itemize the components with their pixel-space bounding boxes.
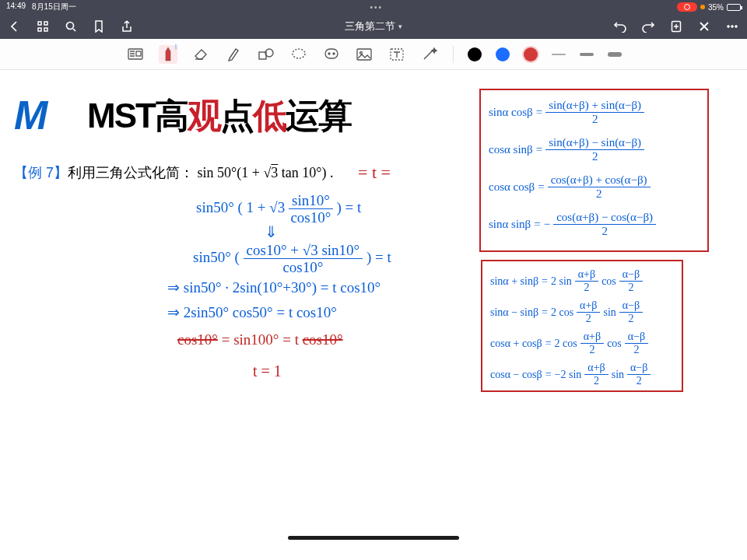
more-icon[interactable]	[725, 19, 739, 33]
text-tool-icon[interactable]	[388, 45, 406, 64]
status-date: 8月15日周一	[32, 2, 76, 12]
svg-rect-10	[136, 51, 141, 56]
color-black-swatch[interactable]	[468, 47, 482, 61]
hand-line-6: cos10° = sin100° = t cos10°	[177, 331, 343, 348]
read-mode-icon[interactable]	[126, 45, 145, 64]
svg-point-4	[67, 23, 74, 30]
color-red-swatch[interactable]	[524, 47, 538, 61]
close-icon[interactable]	[697, 19, 711, 33]
battery-icon	[727, 4, 741, 11]
image-tool-icon[interactable]	[355, 45, 374, 64]
svg-point-16	[333, 53, 335, 54]
svg-rect-1	[44, 22, 47, 25]
hand-line-5: ⇒ 2sin50° cos50° = t cos10°	[167, 303, 337, 321]
pen-tool-icon[interactable]: ᛒ	[159, 45, 177, 64]
hand-arrow: ⇓	[265, 222, 278, 241]
app-title-bar: 三角第二节 ▾	[0, 14, 747, 39]
hand-line-7: t = 1	[253, 362, 282, 380]
svg-point-13	[293, 49, 305, 58]
hand-line-3: sin50° ( cos10° + √3 sin10°cos10° ) = t	[193, 243, 391, 275]
svg-rect-17	[357, 49, 371, 60]
status-bar: 14:49 8月15日周一 ••• 35%	[0, 0, 747, 14]
note-canvas[interactable]: MM MST高观点低运算 【例 7】利用三角公式化简： sin 50°(1 + …	[0, 70, 747, 541]
eraser-tool-icon[interactable]	[191, 45, 210, 64]
svg-point-7	[731, 26, 734, 28]
lasso-tool-icon[interactable]	[289, 45, 308, 64]
color-blue-swatch[interactable]	[496, 47, 510, 61]
banner-text: MST高观点低运算	[87, 93, 351, 139]
svg-point-6	[728, 26, 730, 28]
formula-box-2: sinα + sinβ= 2 sinα+β2 cosα−β2 sinα − si…	[481, 260, 683, 392]
sticker-tool-icon[interactable]	[322, 45, 341, 64]
search-icon[interactable]	[64, 19, 78, 33]
svg-rect-2	[38, 28, 41, 31]
shape-tool-icon[interactable]	[257, 45, 275, 64]
svg-point-15	[328, 53, 330, 54]
document-title-button[interactable]: 三角第二节 ▾	[134, 19, 613, 33]
stroke-thin[interactable]	[552, 54, 566, 55]
hand-line-4: ⇒ sin50° · 2sin(10°+30°) = t cos10°	[167, 278, 381, 296]
battery-percent: 35%	[708, 3, 724, 12]
home-indicator[interactable]	[288, 536, 459, 540]
svg-rect-0	[38, 22, 41, 25]
document-title: 三角第二节	[345, 19, 395, 33]
add-page-icon[interactable]	[669, 19, 683, 33]
svg-rect-14	[325, 49, 338, 58]
highlighter-tool-icon[interactable]	[224, 45, 243, 64]
svg-point-18	[359, 51, 362, 54]
chevron-down-icon: ▾	[398, 23, 402, 30]
formula-box-1: sinα cosβ= sin(α+β) + sin(α−β)2 cosα sin…	[479, 89, 709, 252]
bluetooth-badge-icon: ᛒ	[174, 44, 179, 48]
back-icon[interactable]	[8, 19, 22, 33]
stroke-medium[interactable]	[580, 53, 594, 56]
grid-icon[interactable]	[36, 19, 50, 33]
status-ellipsis: •••	[76, 3, 677, 12]
svg-rect-3	[44, 28, 47, 31]
toolbar-separator	[453, 46, 454, 63]
tool-bar: ᛒ	[0, 39, 747, 70]
mst-logo: MM	[14, 92, 47, 138]
recording-indicator-icon	[677, 2, 697, 12]
svg-point-8	[735, 26, 738, 28]
problem-statement: 【例 7】利用三角公式化简： sin 50°(1 + √3 tan 10°) .	[14, 163, 333, 182]
low-power-dot-icon	[700, 5, 705, 9]
hand-eq-t: = t =	[358, 163, 391, 183]
hand-line-2: sin50° ( 1 + √3 sin10°cos10° ) = t	[196, 193, 361, 225]
stroke-thick[interactable]	[608, 52, 622, 57]
redo-icon[interactable]	[641, 19, 655, 33]
magic-tool-icon[interactable]	[420, 45, 439, 64]
status-time: 14:49	[6, 2, 26, 12]
bookmark-icon[interactable]	[92, 19, 106, 33]
undo-icon[interactable]	[613, 19, 627, 33]
share-icon[interactable]	[120, 19, 134, 33]
